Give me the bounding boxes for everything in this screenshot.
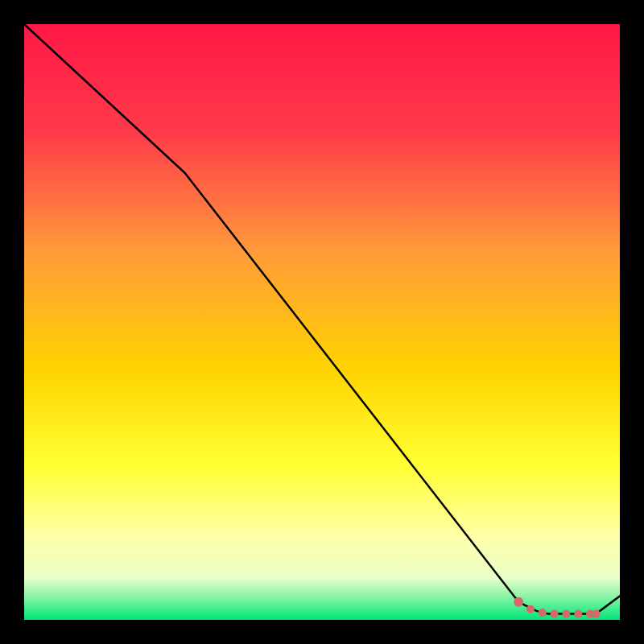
chart-svg [0,0,644,644]
marker-dot [574,610,582,618]
marker-dot [514,597,523,607]
marker-dot [539,609,547,617]
chart-container: TheBottleneck.com [0,0,644,644]
marker-dot [592,610,600,618]
gradient-background [24,24,620,620]
marker-dot [562,610,570,618]
marker-dot [551,610,559,618]
plot-area [24,24,620,620]
marker-dot [526,605,535,613]
